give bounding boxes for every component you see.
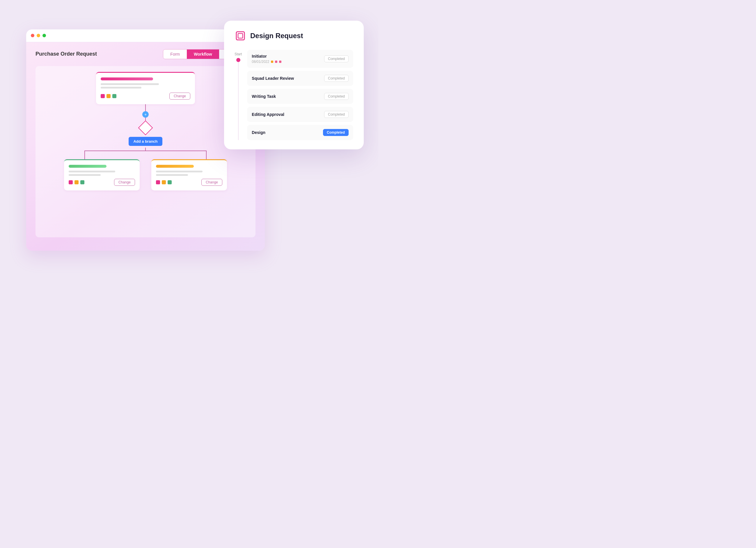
tab-form[interactable]: Form (163, 49, 187, 59)
design-request-icon (235, 30, 246, 42)
steps-timeline: Start (235, 50, 242, 140)
step-row-design: Design Completed (247, 125, 353, 140)
panel-header: Design Request (235, 30, 353, 42)
step-card-line-1 (101, 83, 159, 85)
svg-rect-0 (236, 32, 244, 40)
timeline-line (238, 62, 239, 140)
add-branch-button[interactable]: Add a branch (129, 137, 162, 146)
panel-title: Design Request (250, 32, 303, 40)
steps-list: Initiator 08/01/2022 Completed Squad Lea… (247, 50, 353, 140)
color-dot-yellow (107, 94, 111, 98)
color-dot-pink (101, 94, 105, 98)
status-badge-editing: Completed (324, 111, 349, 118)
step-name-editing: Editing Approval (252, 112, 284, 117)
step-info-writing: Writing Task (252, 94, 276, 99)
change-button-left[interactable]: Change (114, 179, 135, 186)
connector-branch-top (145, 148, 146, 150)
color-dot-green (112, 94, 116, 98)
branch-dot-pink-l (69, 180, 73, 184)
scene: Purchase Order Request Form Workflow Per… (15, 12, 364, 262)
step-name-design: Design (252, 130, 265, 135)
timeline-dot (236, 58, 240, 62)
connector-mid (145, 118, 146, 120)
timeline-start: Start (235, 52, 242, 56)
branch-left-footer: Change (69, 179, 135, 186)
branch-dot-yellow-r (162, 180, 166, 184)
branch-dot-yellow-l (74, 180, 79, 184)
tab-workflow[interactable]: Workflow (187, 49, 219, 59)
step-card-top: Change (96, 72, 195, 104)
branch-line-2 (69, 174, 101, 176)
branches-row: Change (64, 150, 227, 190)
status-badge-squad: Completed (324, 75, 349, 82)
step-name-writing: Writing Task (252, 94, 276, 99)
step-info-initiator: Initiator 08/01/2022 (252, 54, 281, 64)
branch-card-right: Change (151, 159, 227, 190)
change-button-right[interactable]: Change (201, 179, 222, 186)
branch-dot-pink-r (156, 180, 160, 184)
branch-right-footer: Change (156, 179, 222, 186)
step-date-initiator: 08/01/2022 (252, 60, 269, 64)
step-name-initiator: Initiator (252, 54, 281, 58)
workflow-canvas: Change + Add a branch (36, 66, 255, 237)
design-request-panel: Design Request Start Initiator 08/01/202… (224, 21, 364, 149)
diamond-shape (138, 120, 153, 135)
page-header: Purchase Order Request Form Workflow Per… (36, 49, 255, 59)
status-badge-initiator: Completed (324, 55, 349, 62)
step-info-editing: Editing Approval (252, 112, 284, 117)
h-line (84, 150, 207, 151)
step-meta-initiator: 08/01/2022 (252, 60, 281, 64)
connector-top (145, 104, 146, 111)
status-badge-writing: Completed (324, 93, 349, 100)
step-info-squad: Squad Leader Review (252, 76, 294, 81)
step-name-squad: Squad Leader Review (252, 76, 294, 81)
branch-dot-green-r (168, 180, 172, 184)
branch-line-4 (156, 174, 188, 176)
step-card-line-2 (101, 87, 141, 88)
step-row-writing: Writing Task Completed (247, 89, 353, 104)
branch-left-dots (69, 180, 84, 184)
change-button-top[interactable]: Change (169, 93, 190, 100)
v-line-right (206, 150, 207, 159)
branch-line-3 (156, 171, 203, 172)
step-row-initiator: Initiator 08/01/2022 Completed (247, 50, 353, 68)
meta-dot-3 (279, 61, 281, 63)
step-card-footer: Change (101, 93, 190, 100)
plus-button[interactable]: + (142, 111, 149, 118)
step-row-squad: Squad Leader Review Completed (247, 71, 353, 86)
branch-dot-green-l (80, 180, 84, 184)
branches-wrapper: Change (64, 150, 227, 190)
branch-line-1 (69, 171, 115, 172)
branch-card-left: Change (64, 159, 140, 190)
branch-bar-yellow (156, 165, 194, 168)
branch-right-dots (156, 180, 172, 184)
step-card-lines (101, 83, 190, 88)
v-line-left (84, 150, 85, 159)
dot-green-browser (42, 34, 46, 37)
svg-rect-1 (238, 33, 243, 38)
dot-red (31, 34, 34, 37)
step-info-design: Design (252, 130, 265, 135)
color-dots-top (101, 94, 116, 98)
meta-dot-2 (275, 61, 277, 63)
step-card-bar (101, 77, 153, 80)
page-title: Purchase Order Request (36, 51, 97, 57)
step-row-editing: Editing Approval Completed (247, 107, 353, 122)
branch-bar-green (69, 165, 107, 168)
meta-dot-1 (271, 61, 273, 63)
dot-yellow (37, 34, 40, 37)
diamond-container (138, 120, 153, 135)
status-badge-design: Completed (323, 129, 349, 136)
workflow-steps: Start Initiator 08/01/2022 (235, 50, 353, 140)
